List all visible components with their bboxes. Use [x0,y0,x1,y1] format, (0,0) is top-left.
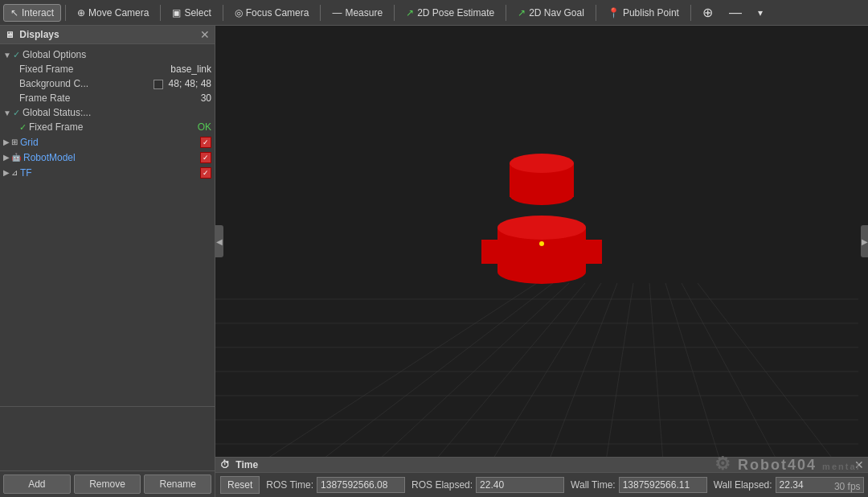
pose-estimate-button[interactable]: ↗ 2D Pose Estimate [399,4,502,22]
displays-title: 🖥 Displays [5,29,59,40]
fixed-frame-status-check: ✓ [19,122,27,133]
time-icon: ⏱ [220,459,230,470]
publish-point-icon: 📍 [608,7,620,18]
global-status-check: ✓ [13,108,20,118]
separator-2 [160,5,161,21]
logo-icon: ⚙ [714,454,732,474]
fixed-frame-status-value: OK [191,121,211,133]
toolbar: ↖ Interact ⊕ Move Camera ▣ Select ◎ Focu… [0,0,868,26]
left-collapse-handle[interactable]: ◀ [215,225,223,257]
content-area: 🖥 Displays ✕ ▼ ✓ Global Options Fixed Fr… [0,26,868,497]
displays-icon: 🖥 [5,30,14,39]
robot-model-arrow: ▶ [3,153,10,162]
global-status-label: Global Status:... [23,107,91,118]
move-camera-button[interactable]: ⊕ Move Camera [70,4,156,22]
fixed-frame-label: Fixed Frame [19,64,73,75]
tf-row[interactable]: ▶ ⊿ TF [0,165,215,180]
grid-icon: ⊞ [11,138,18,146]
viewport[interactable]: ◀ ▶ [215,26,868,457]
nav-goal-icon: ↗ [518,7,526,18]
extra-button-2[interactable]: — [722,2,749,23]
right-side: ◀ ▶ ⏱ Time ✕ Reset ROS Time: [215,26,868,497]
svg-rect-24 [582,240,602,264]
separator-1 [65,5,66,21]
grid-row[interactable]: ▶ ⊞ Grid [0,134,215,150]
interact-button[interactable]: ↖ Interact [3,4,61,22]
extra-button-1[interactable]: ⊕ [695,2,720,23]
wall-time-group: Wall Time: [571,477,707,493]
robot-model-row[interactable]: ▶ 🤖 RobotModel [0,150,215,165]
svg-point-22 [497,216,586,240]
tf-checkbox[interactable] [200,166,211,179]
fixed-frame-value: base_link [164,64,211,75]
separator-4 [320,5,321,21]
background-color-label: Background C... [19,78,88,89]
pose-estimate-label: 2D Pose Estimate [417,7,494,18]
grid-arrow: ▶ [3,138,10,146]
add-button[interactable]: Add [3,474,71,494]
fixed-frame-row[interactable]: Fixed Frame base_link [0,62,215,76]
displays-tree: ▼ ✓ Global Options Fixed Frame base_link… [0,44,215,406]
extra-button-3[interactable]: ▾ [751,4,770,22]
remove-button[interactable]: Remove [74,474,141,494]
robot-model-checkbox[interactable] [200,151,211,163]
nav-goal-button[interactable]: ↗ 2D Nav Goal [510,4,592,22]
background-color-row[interactable]: Background C... 48; 48; 48 [0,76,215,91]
publish-point-label: Publish Point [623,7,679,18]
select-label: Select [184,7,211,18]
ros-time-group: ROS Time: [266,477,405,493]
empty-panel-area [0,406,215,470]
fixed-frame-status-row[interactable]: ✓ Fixed Frame OK [0,120,215,134]
svg-point-28 [539,241,544,246]
move-camera-label: Move Camera [88,7,149,18]
separator-3 [223,5,223,21]
separator-7 [596,5,596,21]
robot-model [481,139,602,300]
global-options-row[interactable]: ▼ ✓ Global Options [0,47,215,62]
pose-estimate-icon: ↗ [406,7,414,18]
frame-rate-value: 30 [194,92,211,104]
ros-elapsed-group: ROS Elapsed: [411,477,564,493]
interact-label: Interact [22,7,54,18]
panel-buttons: Add Remove Rename [0,470,215,497]
time-panel-title: ⏱ Time [220,459,258,470]
wall-time-input[interactable] [619,477,707,493]
right-collapse-handle[interactable]: ▶ [861,225,868,257]
select-button[interactable]: ▣ Select [165,4,218,22]
color-swatch [154,80,163,89]
svg-rect-23 [481,240,502,264]
separator-8 [690,5,691,21]
interact-icon: ↖ [10,7,18,18]
measure-icon: — [332,7,342,18]
frame-rate-row[interactable]: Frame Rate 30 [0,91,215,105]
reset-button[interactable]: Reset [220,476,260,494]
wall-elapsed-label: Wall Elapsed: [714,479,772,491]
time-fields: Reset ROS Time: ROS Elapsed: Wall Time: [215,473,868,497]
focus-camera-button[interactable]: ◎ Focus Camera [227,4,317,22]
tf-arrow: ▶ [3,168,10,177]
global-status-row[interactable]: ▼ ✓ Global Status:... [0,105,215,120]
grid-checkbox[interactable] [200,136,211,148]
global-options-check: ✓ [13,50,20,60]
focus-camera-icon: ◎ [235,7,243,18]
global-status-arrow: ▼ [3,109,11,117]
tf-label: TF [20,167,32,179]
publish-point-button[interactable]: 📍 Publish Point [600,4,686,22]
left-panel: 🖥 Displays ✕ ▼ ✓ Global Options Fixed Fr… [0,26,215,497]
frame-rate-label: Frame Rate [19,92,70,104]
robot-model-label: RobotModel [23,152,76,163]
rename-button[interactable]: Rename [144,474,211,494]
separator-5 [394,5,395,21]
displays-close-button[interactable]: ✕ [200,29,210,40]
global-options-label: Global Options [23,49,86,60]
tf-icon: ⊿ [11,168,18,177]
measure-button[interactable]: — Measure [325,4,390,22]
move-camera-icon: ⊕ [77,7,85,18]
ros-elapsed-label: ROS Elapsed: [411,479,473,491]
svg-point-27 [510,154,574,173]
focus-camera-label: Focus Camera [246,7,309,18]
robot-model-icon: 🤖 [11,153,21,162]
ros-time-input[interactable] [317,477,405,493]
ros-elapsed-input[interactable] [476,477,564,493]
wall-time-label: Wall Time: [571,479,616,491]
